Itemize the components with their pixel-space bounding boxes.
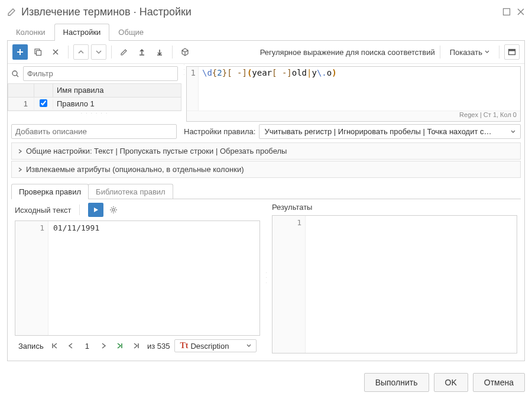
rule-enabled-checkbox[interactable] xyxy=(40,99,47,107)
rule-settings-label: Настройки правила: xyxy=(180,127,255,136)
layout-toggle-icon[interactable] xyxy=(504,44,520,60)
ok-button[interactable]: OK xyxy=(434,373,468,392)
source-line-no: 1 xyxy=(15,221,48,335)
general-settings-collapse[interactable]: Общие настройки: Текст | Пропускать пуст… xyxy=(11,142,521,160)
move-down-button[interactable] xyxy=(91,44,106,60)
last-record-button[interactable] xyxy=(131,342,142,349)
lower-tabs: Проверка правил Библиотека правил xyxy=(11,184,521,199)
svg-rect-0 xyxy=(504,9,510,15)
results-label: Результаты xyxy=(272,203,312,212)
rules-toolbar: Регулярное выражение для поиска соответс… xyxy=(8,41,524,64)
record-navigator: Запись 1 xyxy=(15,336,260,353)
dialog-footer: Выполнить OK Отмена xyxy=(0,368,532,399)
cancel-button[interactable]: Отмена xyxy=(473,373,525,392)
rules-regex-split: Имя правила 1 Правило 1 · · · · · · · · … xyxy=(8,64,524,124)
tab-settings[interactable]: Настройки xyxy=(54,24,110,40)
regex-editor[interactable]: 1 \d{2}[ -](year[ -]old|y\.o) Regex | Ст… xyxy=(186,66,521,122)
download-icon[interactable] xyxy=(152,44,167,60)
next-record-button[interactable] xyxy=(99,343,109,349)
rules-header-name: Имя правила xyxy=(53,84,181,97)
test-settings-icon[interactable] xyxy=(109,206,118,214)
resize-handle-vertical[interactable]: · · · xyxy=(264,199,268,357)
chevron-right-icon xyxy=(18,149,22,154)
rules-table: Имя правила 1 Правило 1 xyxy=(8,83,181,111)
app-window: Извлечение терминов · Настройки Колонки … xyxy=(0,0,532,399)
rules-pane: Имя правила 1 Правило 1 · · · · · · xyxy=(8,64,181,124)
resize-handle-horizontal[interactable]: · · · · · · xyxy=(8,111,181,116)
run-test-button[interactable] xyxy=(88,203,103,217)
description-row: Настройки правила: Учитывать регистр | И… xyxy=(8,124,524,142)
record-column-selector[interactable]: Tt Description xyxy=(174,339,257,352)
titlebar: Извлечение терминов · Настройки xyxy=(0,0,532,24)
results-viewer: 1 xyxy=(272,215,517,353)
rule-description-input[interactable] xyxy=(11,124,177,139)
edit-icon-button[interactable] xyxy=(116,44,132,60)
regex-line-no: 1 xyxy=(187,67,199,111)
resize-handle-vertical[interactable]: · · · xyxy=(181,64,186,124)
source-text-column: Исходный текст 1 01/11/1991 Запись xyxy=(11,199,264,357)
svg-point-6 xyxy=(112,209,115,211)
upload-icon[interactable] xyxy=(134,44,150,60)
tab-columns[interactable]: Колонки xyxy=(7,24,54,40)
edit-icon xyxy=(7,7,17,17)
table-row[interactable]: 1 Правило 1 xyxy=(8,98,181,111)
record-column-value: Description xyxy=(190,342,244,351)
tab-rule-library[interactable]: Библиотека правил xyxy=(88,184,173,199)
svg-rect-4 xyxy=(509,50,515,51)
text-type-icon: Tt xyxy=(180,341,188,351)
extracted-attributes-collapse[interactable]: Извлекаемые атрибуты (опционально, в отд… xyxy=(11,161,521,178)
chevron-down-icon xyxy=(511,129,515,134)
regex-text: \d{2}[ -](year[ -]old|y\.o) xyxy=(200,67,520,79)
test-area: Исходный текст 1 01/11/1991 Запись xyxy=(11,199,521,357)
content-panel: Регулярное выражение для поиска соответс… xyxy=(7,40,525,361)
move-up-button[interactable] xyxy=(73,44,89,60)
row-index: 1 xyxy=(8,98,34,110)
regex-label: Регулярное выражение для поиска соответс… xyxy=(260,48,435,57)
run-button[interactable]: Выполнить xyxy=(364,373,429,392)
chevron-down-icon xyxy=(246,343,251,348)
results-line-no: 1 xyxy=(273,216,306,353)
record-label: Запись xyxy=(18,342,44,351)
cube-icon[interactable] xyxy=(177,44,193,60)
prev-record-button[interactable] xyxy=(65,343,76,349)
record-total: из 535 xyxy=(147,342,170,351)
show-dropdown[interactable]: Показать xyxy=(445,47,494,58)
search-icon xyxy=(11,70,20,78)
rule-settings-value: Учитывать регистр | Игнорировать пробелы… xyxy=(264,127,491,136)
record-current: 1 xyxy=(80,342,94,351)
svg-rect-2 xyxy=(37,51,41,56)
source-text-label: Исходный текст xyxy=(15,206,71,215)
maximize-icon[interactable] xyxy=(502,8,511,16)
show-label: Показать xyxy=(450,48,482,57)
chevron-down-icon xyxy=(485,50,489,54)
close-icon[interactable] xyxy=(517,8,525,16)
delete-rule-button[interactable] xyxy=(48,44,63,60)
source-text-editor[interactable]: 1 01/11/1991 xyxy=(15,220,260,336)
rule-settings-dropdown[interactable]: Учитывать регистр | Игнорировать пробелы… xyxy=(259,124,521,139)
results-column: Результаты 1 xyxy=(268,199,521,357)
chevron-right-icon xyxy=(18,167,22,172)
rule-name: Правило 1 xyxy=(53,98,181,110)
next-different-record-button[interactable] xyxy=(114,342,126,349)
tab-check-rules[interactable]: Проверка правил xyxy=(11,184,89,199)
copy-rule-button[interactable] xyxy=(30,44,46,60)
add-rule-button[interactable] xyxy=(12,44,28,60)
main-tabs: Колонки Настройки Общие xyxy=(0,24,532,41)
svg-point-5 xyxy=(12,71,17,76)
source-text-value: 01/11/1991 xyxy=(50,221,259,235)
first-record-button[interactable] xyxy=(48,342,60,349)
rules-filter-input[interactable] xyxy=(23,66,178,81)
window-title: Извлечение терминов · Настройки xyxy=(21,6,502,18)
regex-status: Regex | Ст 1, Кол 0 xyxy=(187,111,520,121)
tab-general[interactable]: Общие xyxy=(109,24,153,40)
